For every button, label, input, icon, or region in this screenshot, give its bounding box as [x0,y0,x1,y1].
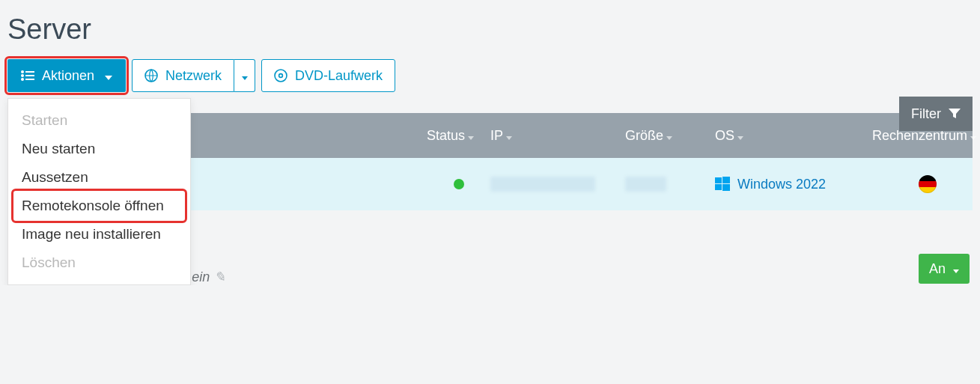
actions-button[interactable]: Aktionen [7,59,126,92]
status-dot-running [454,179,464,189]
actions-dropdown: Starten Neu starten Aussetzen Remotekons… [7,98,191,285]
cell-os: Windows 2022 [715,177,872,192]
action-open-remote-console[interactable]: Remotekonsole öffnen [14,192,184,220]
action-restart[interactable]: Neu starten [14,135,184,163]
caret-down-icon [105,68,112,84]
network-button[interactable]: Netzwerk [132,59,234,92]
sort-icon [666,128,672,144]
col-ip[interactable]: IP [490,128,625,144]
svg-rect-3 [25,75,34,76]
svg-point-4 [21,78,24,81]
svg-rect-12 [722,184,730,191]
col-ip-label: IP [490,128,503,144]
svg-rect-9 [715,177,722,183]
page-title: Server [7,13,973,46]
windows-icon [715,177,730,192]
cell-size [625,177,715,192]
svg-point-7 [275,70,287,82]
globe-icon [144,69,158,82]
svg-point-0 [21,70,24,73]
col-status[interactable]: Status [427,128,490,144]
svg-rect-10 [722,177,730,183]
col-size[interactable]: Größe [625,128,715,144]
svg-rect-11 [715,184,722,190]
sort-icon [468,128,474,144]
actions-label: Aktionen [42,68,94,84]
col-status-label: Status [427,128,465,144]
cell-datacenter [872,175,973,193]
network-caret-button[interactable] [234,59,255,92]
redacted-ip [490,177,595,192]
dvd-button[interactable]: DVD-Laufwerk [261,59,395,92]
caret-down-icon [242,68,248,84]
network-button-group: Netzwerk [132,59,255,92]
sort-icon [737,128,743,144]
network-label: Netzwerk [165,68,222,84]
cell-status [427,179,490,189]
power-label: An [929,261,946,277]
edit-icon[interactable]: ✎ [214,269,225,285]
svg-point-8 [279,74,283,78]
col-os-label: OS [715,128,734,144]
dvd-label: DVD-Laufwerk [295,68,383,84]
flag-de-icon [919,175,937,193]
list-icon [21,70,34,81]
filter-button[interactable]: Filter [899,97,973,131]
redacted-size [625,177,666,192]
svg-point-2 [21,74,24,77]
sort-icon [506,128,512,144]
svg-rect-1 [25,71,34,73]
filter-icon [949,109,961,119]
action-start: Starten [14,106,184,135]
action-reinstall-image[interactable]: Image neu installieren [14,220,184,249]
disc-icon [274,69,287,82]
action-delete: Löschen [14,249,184,277]
filter-label: Filter [911,106,941,122]
col-os[interactable]: OS [715,128,872,144]
caret-down-icon [953,261,959,277]
power-button[interactable]: An [919,254,970,284]
svg-rect-5 [25,79,34,80]
toolbar: Aktionen Netzwerk DVD-Laufwerk [7,59,973,92]
action-suspend[interactable]: Aussetzen [14,163,184,192]
cell-ip [490,177,625,192]
col-size-label: Größe [625,128,663,144]
cell-os-label: Windows 2022 [737,177,826,192]
